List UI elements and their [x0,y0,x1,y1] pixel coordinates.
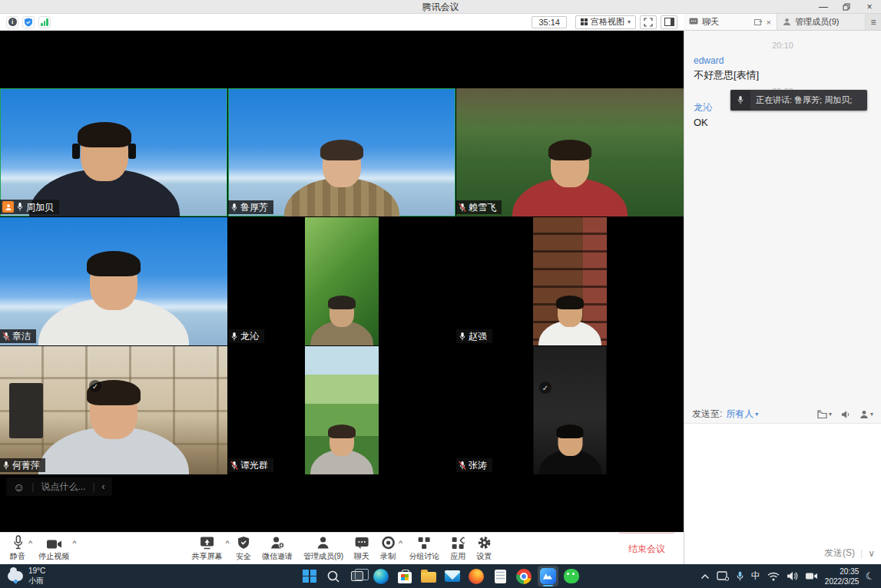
audio-button[interactable] [841,410,850,419]
participant-name-badge: 张涛 [456,458,492,472]
taskbar-clock[interactable]: 20:35 2022/3/25 [825,567,859,586]
window-titlebar[interactable]: 腾讯会议 — × [0,0,881,14]
participant-name: 周加贝 [26,202,54,213]
mute-button[interactable]: 静音 [5,533,31,564]
send-file-button[interactable]: ▾ [817,410,832,419]
person-icon [859,410,869,419]
send-to-selector[interactable]: 所有人 ▾ [726,408,758,421]
sidebar-toggle-icon [664,18,674,26]
video-tile-zhaoqiang[interactable]: 赵强 [456,217,684,345]
chevron-down-icon: ▾ [628,18,631,25]
participant-name: 赵强 [469,331,487,342]
record-options-chevron[interactable]: ^ [399,540,402,547]
windows-logo-icon [303,570,316,583]
video-tile-hejingping[interactable]: ✓ 何菁萍 [0,346,227,474]
emoji-icon[interactable]: ☺ [13,481,25,493]
send-to-value: 所有人 [726,408,753,421]
volume-icon[interactable] [787,571,798,581]
night-mode-icon[interactable]: ☾ [865,570,876,583]
share-screen-button[interactable]: 共享屏幕 [187,533,228,564]
edge-browser-button[interactable] [371,566,392,586]
task-view-button[interactable] [347,566,368,586]
participant-video [305,217,379,345]
share-screen-label: 共享屏幕 [192,551,223,562]
network-signal-button[interactable] [38,16,51,28]
chrome-button[interactable] [514,566,535,586]
taskbar-weather-widget[interactable]: 19°C 小雨 [8,564,45,588]
video-tile-longqin[interactable]: 龙沁 [228,217,455,345]
notepad-button[interactable] [490,566,511,586]
participant-name-badge: 何菁萍 [0,458,45,472]
participant-name: 鲁厚芳 [240,202,268,213]
camera-tray-icon[interactable] [805,572,818,580]
meeting-toolbar: i 35:14 宫格视图 ▾ [0,14,684,31]
popout-panel-icon[interactable] [754,18,763,26]
tab-chat-label: 聊天 [702,16,719,28]
tab-manage-members[interactable]: 管理成员(9) [777,14,866,30]
send-to-label: 发送至: [692,408,722,421]
video-tile-laixuefei[interactable]: 赖雪飞 [456,88,684,216]
divider: | [31,481,34,492]
send-button[interactable]: 发送(S) [824,547,855,560]
info-icon: i [8,18,17,26]
participant-name: 赖雪飞 [469,202,496,213]
restore-button[interactable] [835,0,858,14]
mail-button[interactable] [442,566,463,586]
microphone-tray-icon[interactable] [736,570,744,582]
firefox-button[interactable] [466,566,487,586]
settings-button[interactable]: 设置 [471,533,497,564]
security-status-button[interactable] [22,16,35,28]
wechat-invite-button[interactable]: 微信邀请 [257,533,298,564]
grid-view-icon [581,18,588,25]
tablet-device-icon[interactable] [717,571,729,581]
panel-menu-button[interactable]: ≡ [866,14,881,30]
video-tile-luhoufang[interactable]: 鲁厚芳 [228,88,455,216]
toggle-sidebar-button[interactable] [661,15,677,29]
layout-view-button[interactable]: 宫格视图 ▾ [575,15,636,29]
tab-chat[interactable]: 聊天 × [684,14,777,30]
fullscreen-button[interactable] [640,15,657,29]
wechat-button[interactable] [561,566,582,586]
mention-member-button[interactable]: ▾ [859,410,873,419]
chat-panel: 20:10 edward 不好意思[表情] 20:22 龙沁 OK 正在讲话: … [684,31,881,564]
video-options-chevron[interactable]: ^ [72,540,76,547]
tencent-meeting-taskbar-button[interactable] [538,566,558,586]
video-tile-zhoujiabei[interactable]: 周加贝 [0,88,227,216]
video-tile-zhangtao[interactable]: ✓ 张涛 [456,346,684,474]
mic-options-chevron[interactable]: ^ [28,540,32,547]
participant-name-badge: 周加贝 [0,200,59,214]
quick-chat-input[interactable]: 说点什么... [41,481,85,494]
video-tile-tanguangqun[interactable]: 谭光群 [228,346,455,474]
close-button[interactable]: × [858,0,881,14]
hidden-icons-button[interactable] [700,573,710,580]
chat-input[interactable] [684,424,881,543]
chat-message-list[interactable]: 20:10 edward 不好意思[表情] 20:22 龙沁 OK [684,31,881,405]
chat-button[interactable]: 聊天 [349,533,375,564]
stop-video-button[interactable]: 停止视频 [33,533,75,564]
meeting-info-button[interactable]: i [6,16,18,28]
mic-icon [230,203,238,213]
manage-members-button[interactable]: 管理成员(9) [298,533,349,564]
ime-indicator[interactable]: 中 [751,570,760,583]
minimize-button[interactable]: — [812,0,835,14]
apps-icon [452,535,465,550]
record-button[interactable]: 录制 [375,533,401,564]
file-explorer-button[interactable] [419,566,439,586]
apps-button[interactable]: 应用 [445,533,471,564]
collapse-chat-icon[interactable]: ‹ [102,481,105,492]
send-options-chevron[interactable]: ∨ [868,548,875,559]
end-meeting-button[interactable]: 结束会议 [619,533,674,564]
taskbar-center-icons [300,564,582,588]
quick-chat-bar[interactable]: ☺ | 说点什么... | ‹ [6,477,112,496]
close-panel-icon[interactable]: × [767,18,771,27]
start-button[interactable] [300,566,320,586]
wifi-icon[interactable] [767,572,780,581]
share-options-chevron[interactable]: ^ [226,540,230,547]
participant-video [38,384,189,474]
breakout-rooms-button[interactable]: 分组讨论 [403,533,445,564]
restore-icon [843,3,850,11]
video-tile-zhangjie[interactable]: 章洁 [0,217,227,345]
microsoft-store-button[interactable] [395,566,416,586]
security-button[interactable]: 安全 [230,533,257,564]
search-button[interactable] [323,566,344,586]
